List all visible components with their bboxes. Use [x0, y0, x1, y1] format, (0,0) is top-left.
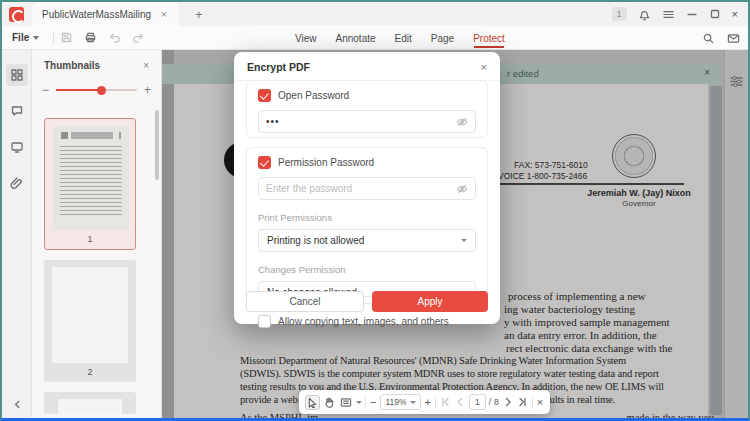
slider-knob[interactable]: [97, 86, 106, 95]
collapse-sidebar-button[interactable]: [2, 399, 32, 410]
app-window: PublicWaterMassMailing × + 1 × File: [0, 0, 750, 421]
bookmarks-panel-button[interactable]: [6, 136, 28, 158]
thumbnail-page-preview: [52, 267, 128, 363]
next-page-icon[interactable]: [502, 396, 514, 408]
allow-copy-checkbox[interactable]: [258, 315, 271, 328]
last-page-icon[interactable]: [517, 396, 529, 408]
letterhead-signatory-title: Governor: [560, 199, 718, 208]
current-page-input[interactable]: 1: [469, 394, 486, 410]
notifications-bell-icon[interactable]: [638, 8, 651, 21]
body-text: process of implementing a new: [508, 290, 645, 302]
thumbnails-panel-button[interactable]: [6, 64, 28, 86]
state-seal-icon: [612, 134, 656, 178]
print-permissions-select[interactable]: Printing is not allowed: [258, 229, 476, 252]
page-thumbnail-3[interactable]: [44, 392, 136, 414]
toolbar-close-icon[interactable]: ×: [536, 396, 544, 408]
tab-protect[interactable]: Protect: [472, 29, 506, 48]
body-text: (SDWIS). SDWIS is the computer system MD…: [240, 368, 659, 379]
eye-off-icon[interactable]: [456, 183, 468, 195]
panel-close-icon[interactable]: ×: [143, 60, 149, 71]
app-logo-icon: [9, 7, 24, 22]
page-gutter: [162, 50, 174, 418]
letterhead-signatory: Jeremiah W. (Jay) Nixon: [560, 188, 718, 198]
permission-password-input[interactable]: [266, 183, 450, 194]
open-password-checkbox[interactable]: [258, 89, 271, 102]
panel-scrollbar-thumb[interactable]: [155, 110, 159, 180]
chevron-down-icon: [410, 401, 416, 404]
document-tab[interactable]: PublicWaterMassMailing ×: [32, 2, 179, 26]
notification-text: r edited: [507, 68, 539, 79]
page-thumbnail-2[interactable]: 2: [44, 260, 136, 382]
search-icon[interactable]: [702, 32, 715, 45]
divider: [435, 396, 436, 408]
new-tab-button[interactable]: +: [191, 7, 207, 22]
permission-password-checkbox[interactable]: [258, 156, 271, 169]
eye-off-icon[interactable]: [456, 116, 468, 128]
allow-copy-label: Allow copying text, images, and others: [278, 316, 449, 327]
apply-button[interactable]: Apply: [372, 291, 488, 312]
tab-close-icon[interactable]: ×: [159, 9, 169, 20]
envelope-icon[interactable]: [727, 32, 740, 45]
encrypt-pdf-dialog: Encrypt PDF × Open Password Permission P…: [234, 52, 500, 324]
select-tool-icon[interactable]: [305, 395, 320, 410]
body-text: made in the way you: [627, 412, 714, 421]
body-text: y with improved sample management: [504, 316, 670, 328]
window-close-button[interactable]: ×: [732, 8, 738, 20]
open-password-section: Open Password: [246, 80, 488, 138]
tab-view[interactable]: View: [294, 29, 318, 48]
menu-bar: File View Annotate Edit Page Protect: [2, 26, 748, 50]
comments-panel-button[interactable]: [6, 100, 28, 122]
zoom-level-value: 119%: [385, 397, 406, 407]
notification-close-icon[interactable]: ×: [704, 67, 710, 78]
first-page-icon[interactable]: [439, 396, 451, 408]
zoom-level-select[interactable]: 119%: [380, 394, 420, 410]
thumbnail-page-number: 2: [52, 363, 128, 379]
divider: [365, 396, 366, 408]
changes-permission-label: Changes Permission: [258, 264, 476, 275]
maximize-button[interactable]: [709, 8, 721, 20]
minimize-button[interactable]: [686, 8, 698, 20]
page-view-mode-icon[interactable]: [339, 396, 353, 409]
attachments-panel-button[interactable]: [6, 172, 28, 194]
redo-icon[interactable]: [132, 31, 145, 44]
thumbnails-panel-title: Thumbnails: [44, 60, 100, 71]
left-icon-rail: [2, 50, 32, 418]
letterhead-fax: FAX: 573-751-6010: [514, 160, 588, 170]
body-text: Missouri Department of Natural Resources…: [240, 355, 626, 366]
save-icon[interactable]: [60, 31, 73, 44]
dialog-close-icon[interactable]: ×: [481, 61, 487, 73]
view-settings-icon[interactable]: [729, 74, 745, 89]
dialog-title: Encrypt PDF: [247, 61, 310, 73]
ribbon-tabs: View Annotate Edit Page Protect: [294, 26, 506, 50]
user-badge[interactable]: 1: [612, 7, 627, 21]
main-menu-icon[interactable]: [662, 8, 675, 21]
hand-tool-icon[interactable]: [323, 396, 336, 409]
tab-edit[interactable]: Edit: [394, 29, 413, 48]
print-permissions-value: Printing is not allowed: [267, 235, 364, 246]
file-menu-label: File: [12, 32, 29, 43]
letterhead-voice: VOICE 1-800-735-2466: [498, 171, 587, 181]
permission-password-label: Permission Password: [278, 157, 374, 168]
zoom-out-button[interactable]: −: [369, 396, 377, 408]
print-icon[interactable]: [84, 31, 97, 44]
thumbnail-size-slider[interactable]: [56, 89, 137, 91]
page-thumbnail-1[interactable]: 1: [44, 118, 136, 250]
chevron-down-icon[interactable]: [356, 401, 362, 404]
permission-password-section: Permission Password Print Permissions Pr…: [246, 147, 488, 297]
undo-icon[interactable]: [108, 31, 121, 44]
zoom-out-thumbnails-icon[interactable]: −: [42, 83, 49, 97]
previous-page-icon[interactable]: [454, 396, 466, 408]
thumbnail-page-preview: [58, 399, 122, 414]
chevron-down-icon: [33, 36, 39, 40]
slider-fill: [56, 89, 98, 91]
right-rail: [724, 50, 748, 418]
tab-page[interactable]: Page: [430, 29, 455, 48]
file-menu-button[interactable]: File: [2, 32, 47, 43]
open-password-input[interactable]: [266, 116, 450, 127]
cancel-button[interactable]: Cancel: [246, 291, 364, 312]
thumbnail-page-preview: [53, 126, 129, 230]
document-scrollbar-thumb[interactable]: [710, 86, 722, 415]
zoom-in-thumbnails-icon[interactable]: +: [144, 83, 151, 97]
tab-annotate[interactable]: Annotate: [335, 29, 377, 48]
zoom-in-button[interactable]: +: [424, 396, 432, 408]
